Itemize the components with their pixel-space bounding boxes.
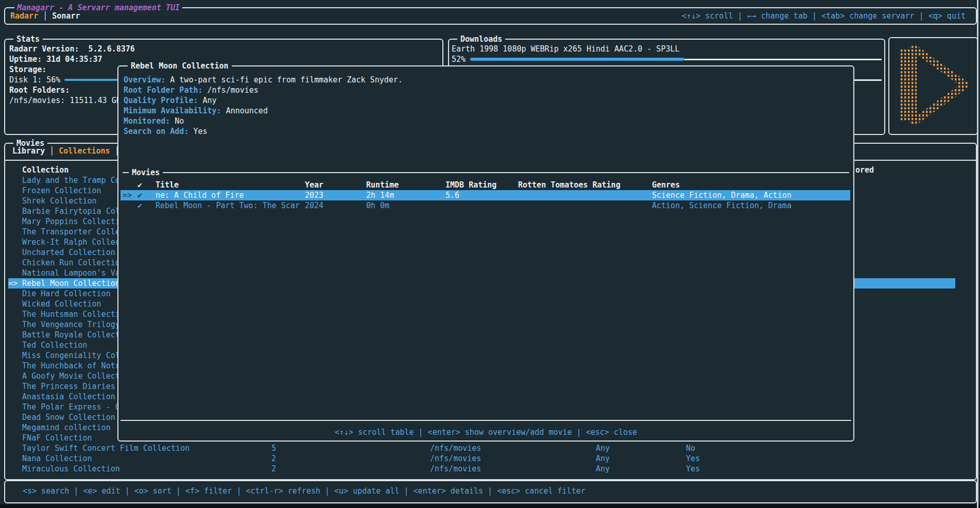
collection-movies: 5 [271,443,276,453]
collection-name: Wreck-It Ralph Collec [8,238,120,247]
field-value: No [175,116,184,126]
collection-row[interactable]: Miraculous Collection2/nfs/moviesAnyYes [8,464,974,474]
collection-name: Die Hard Collection [8,289,111,298]
modal-field-row: Overview:A two-part sci-fi epic from fil… [124,75,848,85]
modal-column-header: Year [305,180,323,190]
movie-title: ne: A Child of Fire [156,190,244,200]
field-value: A two-part sci-fi epic from filmmaker Za… [170,75,403,84]
download-percent: 52% [452,54,466,64]
movie-year: 2024 [305,200,323,211]
movie-genres: Science Fiction, Drama, Action [652,190,792,200]
modal-movies-section-title: Movies [129,167,163,178]
modal-column-header: Genres [652,180,680,190]
collection-movies: 2 [271,453,276,464]
modal-field-row: Search on Add:Yes [124,126,848,137]
collection-name: Miraculous Collection [8,464,120,473]
collection-row[interactable]: Nana Collection2/nfs/moviesAnyYes [8,453,974,464]
stats-version-row: Radarr Version: 5.2.6.8376 [9,44,437,54]
download-progress-row: 52% [452,54,882,64]
collection-name: Frozen Collection [8,186,101,195]
modal-keybinds: <↑↓> scroll table | <enter> show overvie… [118,427,853,437]
bottom-keybinds: <s> search | <e> edit | <o> sort | <f> f… [23,486,586,496]
movie-runtime: 2h 14m [366,190,394,200]
background-selected-row-highlight [853,278,955,289]
movie-genres: Action, Science Fiction, Drama [652,200,792,211]
movie-year: 2023 [305,190,323,200]
movie-runtime: 0h 0m [366,200,389,211]
collection-name: The Huntsman Collecti [8,310,120,319]
stats-panel-title: Stats [13,33,43,45]
collection-name: Mary Poppins Collecti [8,217,120,226]
scrollbar[interactable] [977,0,978,508]
collection-name: The Polar Express - C [8,402,120,412]
modal-column-header: IMDB Rating [445,180,496,190]
field-value: /nfs/movies [208,86,259,95]
movie-monitored-check: ✔ [137,190,142,200]
collection-movies: 2 [271,464,276,474]
collection-name: Miss Congeniality Col [8,351,120,360]
collection-name: Nana Collection [8,454,92,463]
header-box: Managarr - A Servarr management TUI Rada… [4,7,977,25]
version-label: Radarr Version: [9,44,89,54]
collection-monitored: No [686,443,695,453]
modal-column-header: Runtime [366,180,399,190]
monitored-header-fragment: ored [855,165,874,175]
collection-name: FNaF Collection [8,433,92,443]
tab-collections[interactable]: Collections [59,146,110,156]
collection-monitored: Yes [686,453,700,464]
selection-arrow: => [123,190,132,200]
download-progress-bar [470,54,882,64]
modal-movies-section-line [123,172,849,173]
collection-root-folder: /nfs/movies [430,464,481,474]
collection-name: Uncharted Collection [8,248,115,257]
modal-column-header: ✔ [137,180,142,190]
field-label: Search on Add: [124,127,188,136]
field-label: Quality Profile: [124,96,198,105]
collection-row-selected[interactable]: => Rebel Moon Collection [8,278,118,289]
field-value: Announced [226,106,268,115]
tab-radarr[interactable]: Radarr [10,11,38,21]
collection-row[interactable]: Taylor Swift Concert Film Collection5/nf… [8,443,974,453]
collection-root-folder: /nfs/movies [430,453,481,464]
modal-field-row: Root Folder Path:/nfs/movies [124,85,848,95]
modal-title: Rebel Moon Collection [128,60,232,72]
movie-imdb-rating: 5.6 [445,190,459,200]
field-label: Minimum Availability: [124,106,221,115]
modal-movie-row[interactable]: ✔Rebel Moon - Part Two: The Scar20240h 0… [118,200,853,211]
modal-table-header-row: ✔TitleYearRuntimeIMDB RatingRotten Tomat… [118,180,853,190]
movie-title: Rebel Moon - Part Two: The Scar [156,200,300,211]
collection-name: Dead Snow Collection [8,413,115,422]
collection-name: Ted Collection [8,341,88,350]
managarr-screen: Managarr - A Servarr management TUI Rada… [0,0,980,508]
tab-library[interactable]: Library [12,146,45,156]
collection-name: Anastasia Collection [8,392,115,401]
modal-field-row: Minimum Availability:Announced [124,106,848,116]
modal-movies-table: ✔TitleYearRuntimeIMDB RatingRotten Tomat… [118,180,853,211]
movies-tabs: Library │ Collections │ [12,146,119,156]
movie-monitored-check: ✔ [137,200,142,211]
collection-details-modal: Rebel Moon Collection Overview:A two-par… [117,65,854,442]
version-value: 5.2.6.8376 [89,44,135,54]
collection-name: Barbie Fairytopia Col [8,207,120,216]
collection-quality: Any [596,453,610,464]
modal-column-header: Title [156,180,179,190]
servarr-tabs: Radarr │ Sonarr [10,11,80,21]
collection-name: The Vengeance Trilogy [8,320,120,329]
field-label: Monitored: [124,116,170,126]
collection-name: => Rebel Moon Collection [8,279,120,288]
download-item-name: Earth 1998 1080p WEBRip x265 Hindi AAC2.… [452,44,882,54]
modal-field-row: Monitored:No [124,116,848,126]
downloads-panel-title: Downloads [457,33,505,45]
header-keybinds: <↑↓> scroll | ←→ change tab | <tab> chan… [682,11,966,21]
collection-name: Lady and the Tramp Co [8,176,120,185]
uptime-label: Uptime: [9,55,46,64]
collection-root-folder: /nfs/movies [430,443,481,453]
field-label: Overview: [124,75,165,84]
collection-name: The Transporter Colle [8,227,120,236]
collection-name: Chicken Run Collectio [8,258,120,267]
modal-fields: Overview:A two-part sci-fi epic from fil… [124,75,848,137]
collection-name: Taylor Swift Concert Film Collection [8,444,190,453]
modal-movie-row-selected[interactable]: =>✔ne: A Child of Fire20232h 14m5.6Scien… [118,190,853,200]
modal-column-header: Rotten Tomatoes Rating [518,180,621,190]
tab-sonarr[interactable]: Sonarr [52,11,80,21]
